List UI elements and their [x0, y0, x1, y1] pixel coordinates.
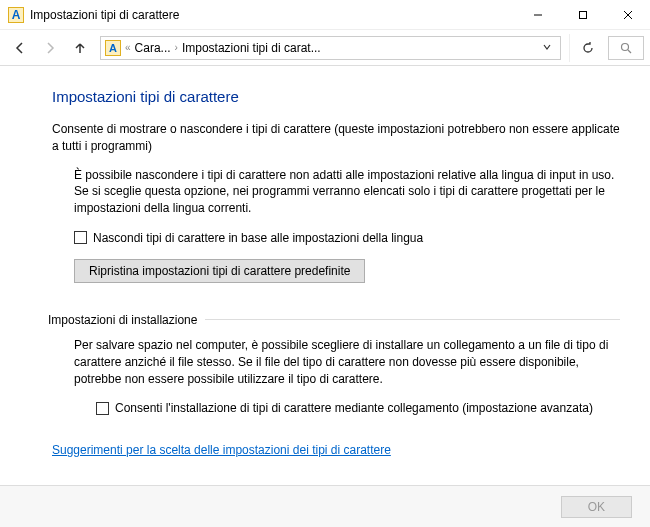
breadcrumb-sep-icon: « [125, 42, 131, 53]
help-link[interactable]: Suggerimenti per la scelta delle imposta… [52, 443, 391, 457]
address-dropdown-icon[interactable] [538, 41, 556, 55]
address-bar[interactable]: A « Cara... › Impostazioni tipi di carat… [100, 36, 561, 60]
back-button[interactable] [6, 34, 34, 62]
close-button[interactable] [605, 0, 650, 30]
search-input[interactable] [608, 36, 644, 60]
refresh-button[interactable] [574, 34, 602, 62]
window-title: Impostazioni tipi di carattere [30, 8, 515, 22]
bottom-bar: OK [0, 485, 650, 527]
up-button[interactable] [66, 34, 94, 62]
svg-line-5 [628, 50, 631, 53]
navbar: A « Cara... › Impostazioni tipi di carat… [0, 30, 650, 66]
content-area: Impostazioni tipi di carattere Consente … [0, 66, 650, 457]
breadcrumb-seg-1[interactable]: Cara... [135, 41, 171, 55]
app-icon: A [8, 7, 24, 23]
intro-text: Consente di mostrare o nascondere i tipi… [52, 121, 620, 155]
breadcrumb-seg-2[interactable]: Impostazioni tipi di carat... [182, 41, 321, 55]
chevron-right-icon: › [175, 42, 178, 53]
page-title: Impostazioni tipi di carattere [52, 88, 620, 105]
hide-fonts-checkbox-row[interactable]: Nascondi tipi di carattere in base alle … [74, 231, 620, 245]
install-section-header: Impostazioni di installazione [48, 313, 620, 327]
hide-fonts-checkbox-label: Nascondi tipi di carattere in base alle … [93, 231, 423, 245]
install-desc: Per salvare spazio nel computer, è possi… [74, 337, 620, 387]
shortcut-checkbox-label: Consenti l'installazione di tipi di cara… [115, 401, 593, 415]
restore-defaults-button[interactable]: Ripristina impostazioni tipi di caratter… [74, 259, 365, 283]
ok-button[interactable]: OK [561, 496, 632, 518]
window-controls [515, 0, 650, 30]
checkbox-icon[interactable] [74, 231, 87, 244]
separator [569, 34, 570, 62]
checkbox-icon[interactable] [96, 402, 109, 415]
section-divider [205, 319, 620, 320]
install-header-label: Impostazioni di installazione [48, 313, 197, 327]
forward-button[interactable] [36, 34, 64, 62]
hide-fonts-desc: È possibile nascondere i tipi di caratte… [74, 167, 620, 217]
minimize-button[interactable] [515, 0, 560, 30]
shortcut-checkbox-row[interactable]: Consenti l'installazione di tipi di cara… [96, 401, 620, 415]
svg-point-4 [622, 43, 629, 50]
svg-rect-1 [579, 11, 586, 18]
maximize-button[interactable] [560, 0, 605, 30]
font-folder-icon: A [105, 40, 121, 56]
titlebar: A Impostazioni tipi di carattere [0, 0, 650, 30]
